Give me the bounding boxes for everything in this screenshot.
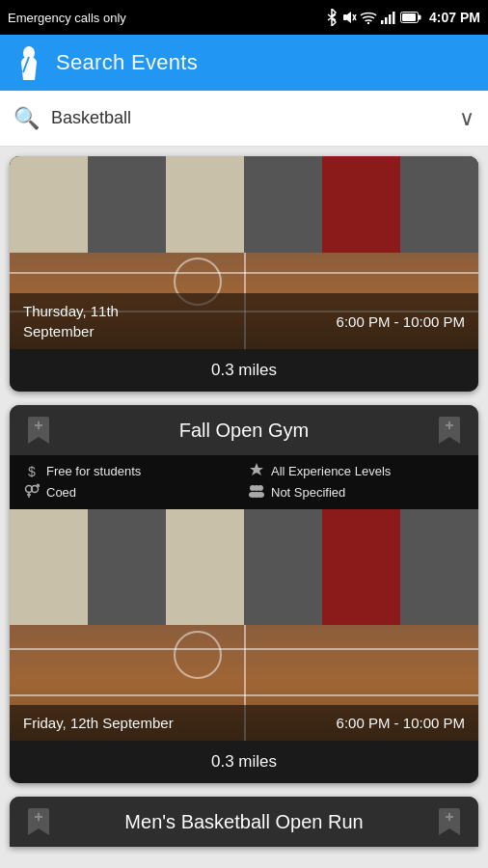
event-image-2: Friday, 12th September 6:00 PM - 10:00 P… [10, 509, 478, 741]
dropdown-icon[interactable]: ∨ [459, 106, 474, 131]
event-card-1[interactable]: Thursday, 11th September 6:00 PM - 10:00… [10, 156, 478, 392]
event-title-2: Fall Open Gym [52, 420, 436, 442]
event-card-2[interactable]: Fall Open Gym $ Free for students [10, 405, 478, 783]
svg-point-3 [367, 22, 369, 24]
event-info-overlay-2: Friday, 12th September 6:00 PM - 10:00 P… [10, 705, 478, 741]
wall-panels [10, 156, 478, 262]
status-icons [325, 9, 421, 26]
svg-rect-7 [393, 12, 395, 24]
status-bar: Emergency calls only [0, 0, 488, 35]
svg-rect-5 [385, 17, 388, 24]
price-text: Free for students [46, 464, 141, 478]
event-distance-bar-2: 0.3 miles [10, 741, 478, 783]
status-right-area: 4:07 PM [325, 9, 480, 26]
event-title-3: Men's Basketball Open Run [52, 811, 436, 833]
bookmark-left-icon [25, 417, 52, 444]
event-card-3[interactable]: Men's Basketball Open Run [10, 797, 478, 847]
event-time-2: 6:00 PM - 10:00 PM [337, 715, 465, 731]
event-info-overlay-1: Thursday, 11th September 6:00 PM - 10:00… [10, 293, 478, 349]
search-icon: 🔍 [14, 106, 40, 131]
event-distance-1: 0.3 miles [211, 361, 277, 379]
app-logo-icon [14, 47, 44, 78]
svg-point-29 [253, 492, 260, 498]
mute-icon [341, 10, 357, 25]
event-distance-2: 0.3 miles [211, 752, 277, 771]
bookmark-right-icon-3 [436, 808, 463, 835]
bookmark-left-icon-3 [25, 808, 52, 835]
wifi-icon [360, 11, 377, 24]
svg-point-26 [254, 485, 259, 491]
app-bar: Search Events [0, 35, 488, 91]
status-time: 4:07 PM [429, 10, 480, 25]
bluetooth-icon [325, 9, 339, 26]
svg-rect-6 [389, 14, 392, 24]
search-bar: 🔍 ∨ [0, 91, 488, 147]
wall-panels-2 [10, 509, 478, 637]
event-title-bar-2: Fall Open Gym [10, 405, 478, 455]
teamsize-detail: Not Specified [248, 483, 465, 502]
svg-rect-0 [343, 14, 347, 20]
svg-rect-10 [402, 14, 416, 21]
price-detail: $ Free for students [23, 463, 240, 479]
experience-text: All Experience Levels [271, 464, 391, 478]
svg-rect-9 [419, 15, 421, 20]
svg-rect-4 [381, 20, 384, 24]
dollar-icon: $ [23, 464, 41, 479]
event-distance-bar-1: 0.3 miles [10, 349, 478, 392]
app-bar-title: Search Events [56, 50, 198, 75]
bookmark-right-icon [436, 417, 463, 444]
teamsize-text: Not Specified [271, 485, 345, 500]
status-emergency-text: Emergency calls only [8, 11, 126, 25]
gender-detail: Coed [23, 483, 240, 502]
gender-text: Coed [46, 485, 76, 500]
event-details-bar-2: $ Free for students All Experience Level… [10, 455, 478, 509]
battery-icon [400, 12, 421, 23]
event-time-1: 6:00 PM - 10:00 PM [337, 313, 465, 330]
event-date-2: Friday, 12th September [23, 713, 174, 733]
signal-icon [380, 11, 397, 24]
teamsize-icon [248, 484, 265, 501]
experience-icon [248, 463, 265, 479]
gender-icon [23, 483, 41, 502]
event-title-bar-3: Men's Basketball Open Run [10, 797, 478, 847]
search-input[interactable] [51, 108, 447, 128]
event-date-1: Thursday, 11th September [23, 301, 119, 341]
events-list: Thursday, 11th September 6:00 PM - 10:00… [0, 147, 488, 868]
event-image-1: Thursday, 11th September 6:00 PM - 10:00… [10, 156, 478, 349]
experience-detail: All Experience Levels [248, 463, 465, 479]
